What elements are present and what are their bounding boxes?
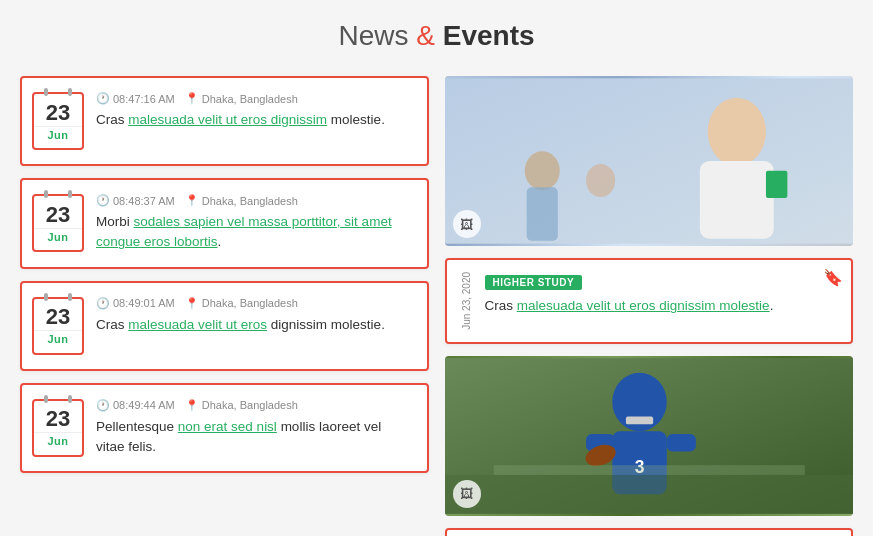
image-overlay-icon-1: 🖼	[453, 210, 481, 238]
news-content-2: 🕐 08:48:37 AM 📍 Dhaka, Bangladesh Morbi …	[96, 194, 413, 253]
news-location-3: 📍 Dhaka, Bangladesh	[185, 297, 298, 310]
news-link-3[interactable]: malesuada velit ut eros	[128, 317, 267, 332]
category-badge-higher-study: HIGHER STUDY	[485, 275, 583, 290]
svg-rect-15	[445, 475, 854, 514]
events-list: 🖼 Jun 23, 2020 HIGHER STUDY Cras malesua…	[445, 76, 854, 536]
news-time-3: 🕐 08:49:01 AM	[96, 297, 175, 310]
news-card-1: 23 Jun 🕐 08:47:16 AM 📍 Dhaka, Bangladesh…	[20, 76, 429, 166]
svg-point-1	[707, 98, 765, 166]
calendar-2: 23 Jun	[32, 194, 84, 252]
pin-icon-1: 📍	[185, 92, 199, 105]
football-svg: 3	[445, 356, 854, 516]
news-list: 23 Jun 🕐 08:47:16 AM 📍 Dhaka, Bangladesh…	[20, 76, 429, 536]
news-meta-1: 🕐 08:47:16 AM 📍 Dhaka, Bangladesh	[96, 92, 413, 105]
clock-icon-1: 🕐	[96, 92, 110, 105]
news-location-1: 📍 Dhaka, Bangladesh	[185, 92, 298, 105]
calendar-4: 23 Jun	[32, 399, 84, 457]
cal-month-1: Jun	[34, 126, 82, 141]
clock-icon-2: 🕐	[96, 194, 110, 207]
title-news: News	[338, 20, 408, 51]
event-date-1: Jun 23, 2020	[461, 272, 477, 330]
svg-rect-5	[526, 187, 557, 240]
event-headline-1: Cras malesuada velit ut eros dignissim m…	[485, 296, 838, 316]
news-time-1: 🕐 08:47:16 AM	[96, 92, 175, 105]
pin-icon-4: 📍	[185, 399, 199, 412]
news-content-1: 🕐 08:47:16 AM 📍 Dhaka, Bangladesh Cras m…	[96, 92, 413, 130]
svg-rect-3	[765, 171, 786, 198]
news-link-1[interactable]: malesuada velit ut eros dignissim	[128, 112, 327, 127]
news-location-2: 📍 Dhaka, Bangladesh	[185, 194, 298, 207]
cal-month-3: Jun	[34, 330, 82, 345]
news-text-1: Cras malesuada velit ut eros dignissim m…	[96, 110, 413, 130]
news-link-4[interactable]: non erat sed nisl	[178, 419, 277, 434]
svg-rect-9	[625, 416, 652, 424]
football-image: 3 🖼	[445, 356, 854, 516]
calendar-3: 23 Jun	[32, 297, 84, 355]
svg-rect-2	[699, 161, 773, 239]
news-content-3: 🕐 08:49:01 AM 📍 Dhaka, Bangladesh Cras m…	[96, 297, 413, 335]
svg-rect-13	[666, 434, 695, 452]
bookmark-icon-1[interactable]: 🔖	[823, 268, 843, 287]
news-meta-4: 🕐 08:49:44 AM 📍 Dhaka, Bangladesh	[96, 399, 413, 412]
news-time-2: 🕐 08:48:37 AM	[96, 194, 175, 207]
event-body-1: HIGHER STUDY Cras malesuada velit ut ero…	[485, 272, 838, 330]
main-layout: 23 Jun 🕐 08:47:16 AM 📍 Dhaka, Bangladesh…	[20, 76, 853, 536]
event-image-teacher: 🖼	[445, 76, 854, 246]
news-link-2[interactable]: sodales sapien vel massa porttitor, sit …	[96, 214, 392, 249]
cal-day-4: 23	[46, 408, 70, 430]
news-meta-3: 🕐 08:49:01 AM 📍 Dhaka, Bangladesh	[96, 297, 413, 310]
image-overlay-icon-2: 🖼	[453, 480, 481, 508]
page-title: News & Events	[20, 20, 853, 52]
cal-month-2: Jun	[34, 228, 82, 243]
event-link-1[interactable]: malesuada velit ut eros dignissim molest…	[517, 298, 770, 313]
news-content-4: 🕐 08:49:44 AM 📍 Dhaka, Bangladesh Pellen…	[96, 399, 413, 458]
event-image-football: 3 🖼	[445, 356, 854, 516]
title-events: Events	[443, 20, 535, 51]
news-text-3: Cras malesuada velit ut eros dignissim m…	[96, 315, 413, 335]
clock-icon-3: 🕐	[96, 297, 110, 310]
news-card-4: 23 Jun 🕐 08:49:44 AM 📍 Dhaka, Bangladesh…	[20, 383, 429, 474]
cal-day-1: 23	[46, 102, 70, 124]
event-card-sports-coverage: Jun 23, 2020 SPORTS COVERAGE Morbi sodal…	[445, 528, 854, 536]
cal-day-3: 23	[46, 306, 70, 328]
clock-icon-4: 🕐	[96, 399, 110, 412]
news-text-2: Morbi sodales sapien vel massa porttitor…	[96, 212, 413, 253]
teacher-svg	[445, 76, 854, 246]
pin-icon-3: 📍	[185, 297, 199, 310]
news-meta-2: 🕐 08:48:37 AM 📍 Dhaka, Bangladesh	[96, 194, 413, 207]
news-location-4: 📍 Dhaka, Bangladesh	[185, 399, 298, 412]
svg-rect-16	[493, 465, 804, 475]
svg-point-6	[586, 164, 615, 197]
news-card-2: 23 Jun 🕐 08:48:37 AM 📍 Dhaka, Bangladesh…	[20, 178, 429, 269]
svg-point-4	[524, 151, 559, 190]
calendar-1: 23 Jun	[32, 92, 84, 150]
news-time-4: 🕐 08:49:44 AM	[96, 399, 175, 412]
cal-month-4: Jun	[34, 432, 82, 447]
cal-day-2: 23	[46, 204, 70, 226]
news-text-4: Pellentesque non erat sed nisl mollis la…	[96, 417, 413, 458]
teacher-image: 🖼	[445, 76, 854, 246]
pin-icon-2: 📍	[185, 194, 199, 207]
event-card-higher-study: Jun 23, 2020 HIGHER STUDY Cras malesuada…	[445, 258, 854, 344]
news-card-3: 23 Jun 🕐 08:49:01 AM 📍 Dhaka, Bangladesh…	[20, 281, 429, 371]
svg-rect-0	[445, 78, 854, 243]
